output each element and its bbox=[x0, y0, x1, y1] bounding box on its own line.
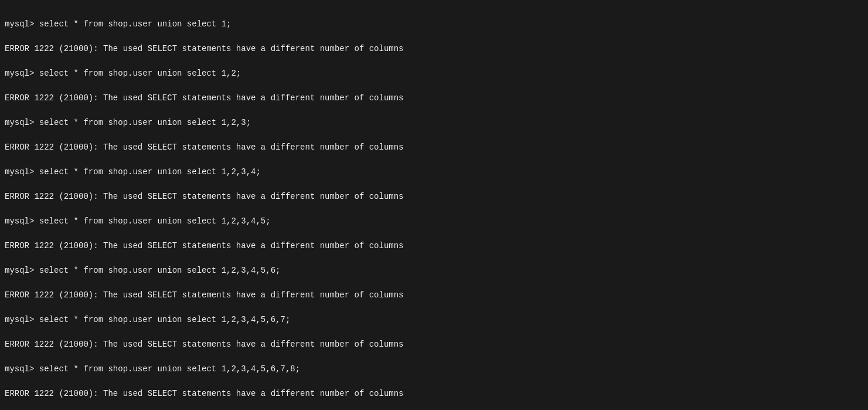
line-11: mysql> select * from shop.user union sel… bbox=[5, 266, 280, 275]
line-14: ERROR 1222 (21000): The used SELECT stat… bbox=[5, 340, 404, 349]
line-16: ERROR 1222 (21000): The used SELECT stat… bbox=[5, 389, 404, 398]
line-6: ERROR 1222 (21000): The used SELECT stat… bbox=[5, 143, 404, 152]
line-7: mysql> select * from shop.user union sel… bbox=[5, 167, 261, 177]
line-9: mysql> select * from shop.user union sel… bbox=[5, 216, 271, 226]
line-10: ERROR 1222 (21000): The used SELECT stat… bbox=[5, 241, 404, 250]
line-3: mysql> select * from shop.user union sel… bbox=[5, 69, 241, 78]
terminal-output: mysql> select * from shop.user union sel… bbox=[5, 6, 863, 410]
line-4: ERROR 1222 (21000): The used SELECT stat… bbox=[5, 93, 404, 103]
line-2: ERROR 1222 (21000): The used SELECT stat… bbox=[5, 44, 404, 53]
line-12: ERROR 1222 (21000): The used SELECT stat… bbox=[5, 290, 404, 300]
line-8: ERROR 1222 (21000): The used SELECT stat… bbox=[5, 192, 404, 201]
line-5: mysql> select * from shop.user union sel… bbox=[5, 118, 251, 127]
line-15: mysql> select * from shop.user union sel… bbox=[5, 364, 300, 374]
line-1: mysql> select * from shop.user union sel… bbox=[5, 19, 231, 29]
line-13: mysql> select * from shop.user union sel… bbox=[5, 315, 290, 324]
